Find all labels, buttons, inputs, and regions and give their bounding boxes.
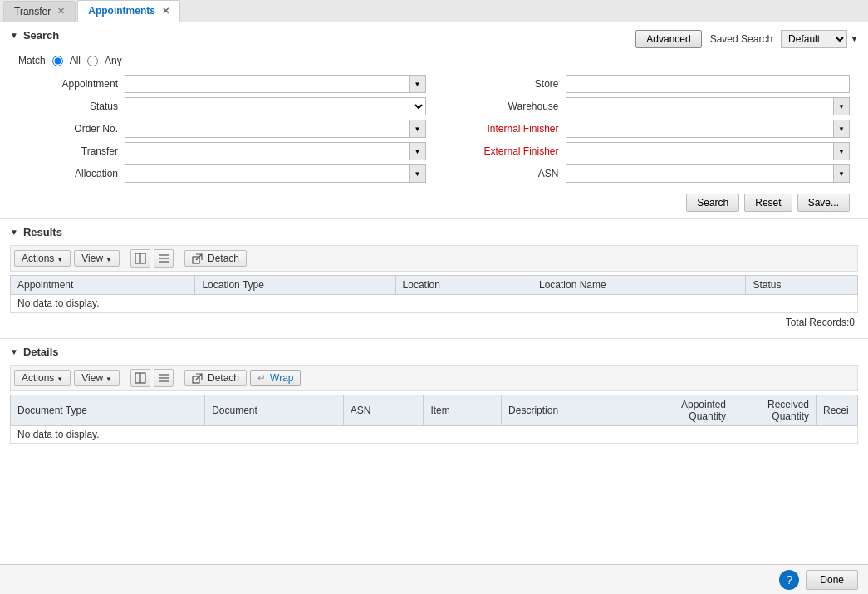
detail-col-desc[interactable]: Description [502,395,650,426]
results-detach-btn[interactable]: Detach [184,250,247,267]
warehouse-label: Warehouse [443,101,559,112]
reset-button[interactable]: Reset [744,194,792,212]
detail-col-item[interactable]: Item [424,395,502,426]
freeze-icon-btn[interactable] [130,249,150,268]
allocation-input[interactable] [125,164,409,183]
saved-search-select[interactable]: Default [781,30,847,48]
results-collapse-icon[interactable]: ▼ [10,228,18,237]
results-actions-btn[interactable]: Actions [14,250,71,267]
save-button[interactable]: Save... [797,194,850,212]
details-collapse-icon[interactable]: ▼ [10,347,18,356]
wrap-btn[interactable]: ↵ Wrap [250,370,301,386]
col-location-name[interactable]: Location Name [532,276,746,295]
wrap-label: Wrap [270,372,293,384]
detail-col-appt-qty[interactable]: AppointedQuantity [650,395,733,426]
tab-transfer-close[interactable]: ✕ [57,6,65,17]
external-finisher-combo [566,142,851,160]
search-title: Search [23,29,59,42]
detail-col-rcv-qty[interactable]: ReceivedQuantity [733,395,817,426]
saved-search-label: Saved Search [710,33,772,45]
detail-col-recei[interactable]: Recei [817,395,858,426]
store-input[interactable] [566,75,851,93]
internal-finisher-dropdown-btn[interactable] [833,120,850,138]
results-table: Appointment Location Type Location Locat… [10,275,858,312]
external-finisher-input[interactable] [566,142,834,160]
results-actions-label: Actions [22,253,54,264]
allocation-dropdown-btn[interactable] [409,164,426,183]
col-location-type[interactable]: Location Type [195,276,395,295]
details-detach-label: Detach [208,372,239,384]
search-collapse-icon[interactable]: ▼ [10,31,18,40]
search-section: ▼ Search Advanced Saved Search Default ▼… [0,22,868,219]
appointment-dropdown-btn[interactable] [409,75,426,93]
col-status[interactable]: Status [746,276,858,295]
toolbar-sep-1 [125,251,125,266]
tab-transfer[interactable]: Transfer ✕ [3,1,76,22]
asn-label: ASN [443,168,559,179]
results-view-btn[interactable]: View [74,250,120,267]
tabs-bar: Transfer ✕ Appointments ✕ [0,0,868,22]
detail-col-asn[interactable]: ASN [343,395,424,426]
order-no-dropdown-btn[interactable] [409,120,426,138]
results-header: ▼ Results [10,226,858,238]
transfer-dropdown-btn[interactable] [409,142,426,160]
search-buttons-row: Search Reset Save... [10,194,858,212]
external-finisher-label: External Finisher [443,145,559,157]
search-form-grid: Appointment Status Order No. [10,75,858,187]
details-table: Document Type Document ASN Item Descript… [10,395,858,444]
col-location[interactable]: Location [395,276,532,295]
external-finisher-dropdown-btn[interactable] [833,142,850,160]
help-button[interactable]: ? [779,570,799,590]
asn-input[interactable] [566,164,834,183]
details-actions-btn[interactable]: Actions [14,370,71,386]
internal-finisher-input[interactable] [566,120,834,138]
warehouse-dropdown-btn[interactable] [833,97,850,115]
warehouse-combo [566,97,851,115]
tab-appointments[interactable]: Appointments ✕ [77,0,180,22]
svg-rect-8 [140,373,145,383]
status-select[interactable] [125,97,426,115]
details-freeze-icon-btn[interactable] [130,369,150,387]
columns-icon-btn[interactable] [154,249,174,268]
transfer-label: Transfer [18,145,118,157]
tab-appointments-close[interactable]: ✕ [162,6,169,17]
details-toolbar-sep-2 [179,371,179,385]
search-header: ▼ Search [10,29,59,42]
transfer-input[interactable] [125,142,409,160]
asn-dropdown-btn[interactable] [833,164,850,183]
detail-col-doc-type[interactable]: Document Type [11,395,205,426]
details-title: Details [23,346,59,358]
allocation-row: Allocation [18,164,426,183]
details-view-label: View [81,372,103,384]
match-all-radio[interactable] [52,56,63,66]
order-no-label: Order No. [18,123,118,135]
order-no-input[interactable] [125,120,409,138]
results-title: Results [23,226,62,238]
details-no-data-row: No data to display. [11,426,858,444]
tab-appointments-label: Appointments [88,5,155,17]
match-any-radio[interactable] [87,56,98,66]
warehouse-input[interactable] [566,97,834,115]
details-view-btn[interactable]: View [74,370,120,386]
transfer-row: Transfer [18,142,426,160]
col-appointment[interactable]: Appointment [11,276,195,295]
order-no-combo [125,120,426,138]
results-detach-label: Detach [208,253,239,264]
appointment-label: Appointment [18,78,118,90]
dropdown-arrow-icon: ▼ [851,35,858,43]
svg-rect-1 [140,253,145,263]
details-detach-btn[interactable]: Detach [184,370,247,386]
status-wrapper [125,97,426,115]
status-label: Status [18,101,118,112]
appointment-input[interactable] [125,75,409,93]
details-columns-icon-btn[interactable] [154,369,174,387]
search-button[interactable]: Search [686,194,739,212]
no-data-row: No data to display. [11,295,858,312]
detail-col-doc[interactable]: Document [205,395,344,426]
done-button[interactable]: Done [806,570,858,590]
advanced-button[interactable]: Advanced [635,30,701,48]
results-no-data: No data to display. [11,295,858,312]
details-toolbar: Actions View Detach [10,365,858,391]
details-actions-chevron [56,372,63,384]
asn-row: ASN [443,164,851,183]
